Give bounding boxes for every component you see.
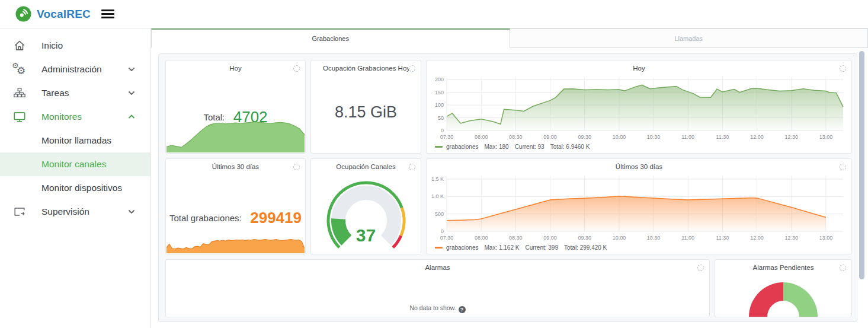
legend-total: Total: 299.420 K xyxy=(564,244,607,251)
sidebar-item-label: Administración xyxy=(41,64,102,75)
svg-text:1.0 K: 1.0 K xyxy=(431,193,444,199)
chevron-down-icon xyxy=(128,67,135,72)
sidebar-item-label: Monitores xyxy=(41,112,82,122)
legend-max: Max: 180 xyxy=(484,144,508,150)
svg-text:0: 0 xyxy=(441,228,444,234)
svg-text:08:00: 08:00 xyxy=(475,134,488,140)
panel-alarmas: Alarmas No data to show.? xyxy=(165,259,710,317)
sidebar-item-monitor-dispositivos[interactable]: Monitor dispositivos xyxy=(0,176,150,200)
sidebar-item-monitores[interactable]: Monitores xyxy=(0,105,150,129)
gear-icon[interactable] xyxy=(409,164,415,170)
panel-ocupacion-grabaciones: Ocupación Grabaciones Hoy 8.15 GiB xyxy=(310,60,421,154)
svg-text:50: 50 xyxy=(438,115,444,121)
svg-text:0: 0 xyxy=(441,128,444,133)
vertical-scrollbar xyxy=(858,50,866,326)
empty-text: No data to show. xyxy=(409,304,456,311)
gear-icon[interactable] xyxy=(293,65,300,72)
ocupacion-value: 8.15 GiB xyxy=(311,103,421,122)
svg-text:10:30: 10:30 xyxy=(647,235,661,241)
gear-icon[interactable] xyxy=(840,65,846,72)
panel-hoy-chart: Hoy 05010015020007:3008:0008:3009:0009:3… xyxy=(426,60,852,154)
svg-text:12:00: 12:00 xyxy=(750,134,764,140)
svg-text:11:00: 11:00 xyxy=(681,235,694,241)
monitor-icon xyxy=(13,110,26,123)
sidebar-item-supervision[interactable]: Supervisión xyxy=(0,200,150,224)
svg-text:11:00: 11:00 xyxy=(681,134,694,140)
svg-text:08:30: 08:30 xyxy=(509,235,523,241)
svg-text:500: 500 xyxy=(435,211,444,217)
svg-text:08:00: 08:00 xyxy=(475,235,488,241)
chevron-up-icon xyxy=(128,114,135,119)
svg-text:100: 100 xyxy=(435,102,444,108)
dias-sparkline xyxy=(166,234,305,253)
panel-title: Ocupación Grabaciones Hoy xyxy=(323,65,409,72)
legend-current: Current: 93 xyxy=(515,144,544,150)
vocalrec-logo-icon xyxy=(15,6,31,22)
svg-text:13:00: 13:00 xyxy=(819,235,833,241)
panel-ocupacion-canales: Ocupación Canales 37 xyxy=(310,158,421,254)
legend-current: Current: 399 xyxy=(525,244,558,251)
gauge-value: 37 xyxy=(311,225,421,246)
gears-icon: ⚙⚙ xyxy=(12,61,27,77)
svg-text:07:30: 07:30 xyxy=(440,235,454,241)
tab-bar: Grabaciones Llamadas xyxy=(151,28,868,48)
gear-icon[interactable] xyxy=(293,164,300,170)
dias-area-chart: 05001.0 K1.5 K07:3008:0008:3009:0009:301… xyxy=(427,171,850,242)
gear-icon[interactable] xyxy=(697,265,704,271)
panel-ultimos30-total: Últimos 30 días Total grabaciones: 29941… xyxy=(165,158,306,254)
panel-alarmas-pendientes: Alarmas Pendientes xyxy=(715,259,852,317)
svg-text:12:30: 12:30 xyxy=(784,235,798,241)
alarmas-donut-chart xyxy=(715,260,851,317)
sidebar-item-administracion[interactable]: ⚙⚙ Administración xyxy=(0,58,150,81)
panel-title: Últimos 30 días xyxy=(178,163,293,170)
sidebar-item-label: Monitor dispositivos xyxy=(41,183,122,193)
gear-icon[interactable] xyxy=(840,164,846,170)
tab-grabaciones[interactable]: Grabaciones xyxy=(151,28,510,48)
svg-text:09:30: 09:30 xyxy=(578,134,591,140)
panel-hoy-total: Hoy Total: 4702 xyxy=(165,60,306,154)
home-icon xyxy=(13,39,26,52)
panel-ultimos30-chart: Últimos 30 días 05001.0 K1.5 K07:3008:00… xyxy=(426,158,852,254)
scrollbar-thumb[interactable] xyxy=(859,51,864,279)
sidebar-item-tareas[interactable]: Tareas xyxy=(0,81,150,105)
tab-llamadas[interactable]: Llamadas xyxy=(510,28,868,48)
sidebar: Inicio ⚙⚙ Administración Tareas xyxy=(0,28,151,328)
app-header: VocalREC xyxy=(0,0,868,28)
tab-content: Hoy Total: 4702 Ocupación Grabaciones Ho… xyxy=(151,48,868,328)
gear-icon[interactable] xyxy=(409,65,415,72)
legend-series-name: grabaciones xyxy=(446,244,478,251)
svg-text:10:00: 10:00 xyxy=(613,235,626,241)
kpi-row: Total grabaciones: 299419 xyxy=(166,209,305,227)
svg-text:13:00: 13:00 xyxy=(819,134,833,140)
svg-text:1.5 K: 1.5 K xyxy=(431,176,444,182)
svg-text:07:30: 07:30 xyxy=(440,134,454,140)
sidebar-item-inicio[interactable]: Inicio xyxy=(0,34,150,58)
svg-text:09:00: 09:00 xyxy=(543,235,557,241)
tree-icon xyxy=(13,87,26,100)
svg-text:12:30: 12:30 xyxy=(784,134,798,140)
legend-series-name: grabaciones xyxy=(446,144,478,150)
panel-title: Alarmas xyxy=(178,264,697,271)
chevron-down-icon xyxy=(128,91,135,95)
panel-title: Hoy xyxy=(438,65,840,72)
series-marker xyxy=(435,247,443,249)
sidebar-item-monitor-llamadas[interactable]: Monitor llamadas xyxy=(0,129,150,152)
svg-text:09:00: 09:00 xyxy=(543,134,557,140)
svg-text:11:30: 11:30 xyxy=(716,235,729,241)
legend-total: Total: 6.9460 K xyxy=(550,144,590,150)
svg-text:10:00: 10:00 xyxy=(613,134,626,140)
question-icon[interactable]: ? xyxy=(459,306,466,313)
panel-title: Hoy xyxy=(178,65,293,72)
legend-max: Max: 1.162 K xyxy=(484,244,519,251)
sidebar-item-monitor-canales[interactable]: Monitor canales xyxy=(0,152,150,176)
svg-text:10:30: 10:30 xyxy=(647,134,661,140)
hoy-sparkline xyxy=(166,116,305,152)
sidebar-item-label: Tareas xyxy=(41,88,69,98)
hamburger-menu-icon[interactable] xyxy=(101,9,114,18)
series-marker xyxy=(435,146,443,148)
svg-text:09:30: 09:30 xyxy=(578,235,591,241)
dashboard-container: Hoy Total: 4702 Ocupación Grabaciones Ho… xyxy=(158,53,857,322)
svg-text:12:00: 12:00 xyxy=(750,235,764,241)
sidebar-item-label: Monitor canales xyxy=(41,159,106,170)
panel-title: Ocupación Canales xyxy=(323,163,409,170)
